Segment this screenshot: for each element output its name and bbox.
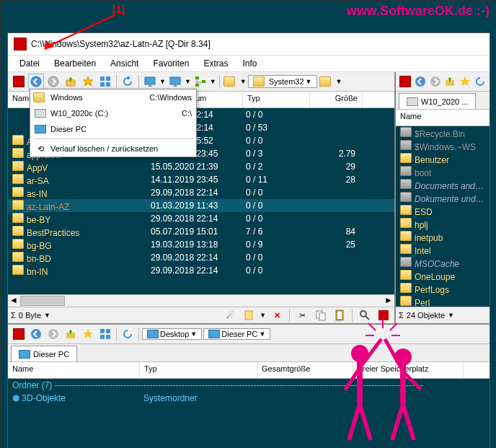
list-item[interactable]: OneLoupe	[396, 269, 490, 282]
dropdown-item[interactable]: WindowsC:\Windows	[30, 89, 196, 105]
menu-info[interactable]: Info	[236, 57, 262, 70]
list-item[interactable]: Benutzer	[396, 152, 490, 165]
delete-icon[interactable]: ✕	[269, 307, 285, 323]
status-objects: 24 Objekte	[407, 311, 445, 320]
refresh-button[interactable]	[120, 74, 136, 89]
favorites-button[interactable]	[80, 74, 96, 89]
col-size[interactable]: Größe	[310, 92, 363, 107]
refresh-button-r[interactable]	[473, 74, 487, 89]
svg-rect-13	[195, 76, 199, 79]
views-button[interactable]	[97, 74, 113, 89]
up-button[interactable]	[63, 74, 79, 89]
qdir-icon-r[interactable]	[399, 74, 412, 89]
svg-point-21	[360, 311, 366, 317]
col-name-r[interactable]: Name	[396, 110, 490, 126]
lower-file-list[interactable]: Name Typ Gesamtgröße Freier Speicherplat…	[8, 362, 490, 448]
list-item[interactable]: ESD	[396, 204, 490, 217]
list-item[interactable]: Intel	[396, 243, 490, 256]
list-item[interactable]: BestPractices05.07.2019 15:017 / 684	[8, 225, 394, 238]
right-tab[interactable]: W10_2020 ...	[399, 93, 476, 109]
sigma-icon: Σ	[11, 311, 16, 320]
menubar: Datei Bearbeiten Ansicht Favoriten Extra…	[8, 56, 490, 72]
refresh-button-l[interactable]	[120, 326, 136, 342]
col-type-l[interactable]: Typ	[140, 362, 257, 378]
right-pane: W10_2020 ... Name $Recycle.Bin$Windows.~…	[396, 72, 490, 323]
views-button-l[interactable]	[97, 326, 113, 342]
col-name-l[interactable]: Name	[8, 362, 140, 378]
list-item[interactable]: bn-IN29.09.2018 22:140 / 0	[8, 264, 394, 277]
svg-rect-5	[100, 76, 105, 81]
list-item[interactable]: be-BY29.09.2018 22:140 / 0	[8, 212, 394, 225]
paste2-icon[interactable]	[332, 307, 347, 323]
crumb-desktop[interactable]: Desktop ▼	[142, 328, 202, 340]
copy-icon[interactable]	[313, 307, 329, 323]
list-item[interactable]: bn-BD29.09.2018 22:140 / 0	[8, 251, 394, 264]
folder-button[interactable]	[223, 74, 239, 89]
col-frei[interactable]: Freier Speicherplatz	[353, 362, 464, 378]
up-button-l[interactable]	[63, 326, 79, 342]
list-item[interactable]: Perl	[396, 295, 490, 307]
list-item[interactable]: bg-BG19.03.2019 13:180 / 925	[8, 238, 394, 251]
list-item[interactable]: as-IN29.09.2018 22:140 / 0	[8, 186, 394, 199]
list-item[interactable]: az-Latn-AZ01.03.2019 11:430 / 0	[8, 199, 394, 212]
up-button-r[interactable]	[443, 74, 457, 89]
favorites-button-r[interactable]	[459, 74, 472, 89]
svg-rect-15	[202, 80, 205, 83]
list-item[interactable]: AppV15.05.2020 21:390 / 229	[8, 160, 394, 173]
crumb-right-icon[interactable]	[319, 74, 335, 89]
list-item[interactable]: PerfLogs	[396, 282, 490, 295]
qdir-icon[interactable]	[11, 74, 27, 89]
dropdown-item[interactable]: Dieser PC	[30, 121, 196, 137]
forward-button[interactable]	[45, 74, 61, 89]
svg-point-2	[31, 76, 41, 87]
h-scrollbar[interactable]: ◄►	[8, 294, 394, 307]
breadcrumb-system32[interactable]: System32 ▼	[248, 75, 317, 88]
back-button-l[interactable]	[28, 326, 44, 342]
list-item[interactable]: $Recycle.Bin	[396, 126, 490, 139]
svg-rect-20	[337, 312, 342, 319]
tree-button[interactable]	[192, 74, 208, 89]
lower-tab[interactable]: Dieser PC	[11, 346, 77, 361]
list-item[interactable]: boot	[396, 165, 490, 178]
crumb-dieserpc[interactable]: Dieser PC ▼	[203, 328, 270, 340]
monitor1-button[interactable]	[142, 74, 158, 89]
right-file-list[interactable]: Name $Recycle.Bin$Windows.~WSBenutzerboo…	[396, 110, 490, 307]
paste-icon[interactable]	[241, 307, 257, 323]
search-icon[interactable]	[357, 307, 373, 323]
list-item[interactable]: $Windows.~WS	[396, 139, 490, 152]
monitor2-button[interactable]	[167, 74, 183, 89]
forward-button-l[interactable]	[45, 326, 61, 342]
list-item[interactable]: ar-SA14.11.2019 23:450 / 1128	[8, 173, 394, 186]
menu-extras[interactable]: Extras	[198, 57, 234, 70]
svg-rect-30	[100, 329, 105, 333]
menu-datei[interactable]: Datei	[14, 57, 45, 70]
dropdown-item[interactable]: W10_2020c (C:)C:\	[30, 105, 196, 121]
cut-icon[interactable]: ✂	[294, 307, 310, 323]
stop-icon[interactable]	[376, 307, 391, 323]
svg-rect-11	[170, 77, 180, 84]
sigma-icon-r: Σ	[399, 311, 404, 320]
forward-button-r[interactable]	[428, 74, 442, 89]
list-item[interactable]: Dokumente und Ein	[396, 191, 490, 204]
filter-icon[interactable]: ☄	[222, 307, 238, 323]
qdir-icon-l[interactable]	[11, 326, 27, 342]
col-gesamt[interactable]: Gesamtgröße	[257, 362, 353, 378]
svg-point-25	[430, 76, 440, 87]
history-dropdown[interactable]: WindowsC:\Windows W10_2020c (C:)C:\ Dies…	[30, 89, 197, 157]
favorites-button-l[interactable]	[80, 326, 96, 342]
dropdown-reset[interactable]: ⟲Verlauf löschen / zurücksetzen	[30, 141, 196, 157]
back-button-r[interactable]	[414, 74, 428, 89]
svg-point-24	[415, 76, 425, 87]
list-item[interactable]: MSOCache	[396, 256, 490, 269]
list-item[interactable]: Documents and Set	[396, 178, 490, 191]
window-title: C:\Windows\System32\az-Latn-AZ [Q-Dir 8.…	[31, 39, 211, 49]
menu-favoriten[interactable]: Favoriten	[147, 57, 195, 70]
menu-ansicht[interactable]: Ansicht	[105, 57, 144, 70]
back-button[interactable]	[28, 74, 44, 89]
col-type[interactable]: Typ	[243, 92, 310, 107]
cube-icon: ⬢	[12, 393, 19, 403]
menu-bearbeiten[interactable]: Bearbeiten	[48, 57, 102, 70]
list-item[interactable]: hplj	[396, 217, 490, 230]
list-item[interactable]: ⬢ 3D-Objekte Systemordner	[8, 392, 490, 405]
list-item[interactable]: inetpub	[396, 230, 490, 243]
